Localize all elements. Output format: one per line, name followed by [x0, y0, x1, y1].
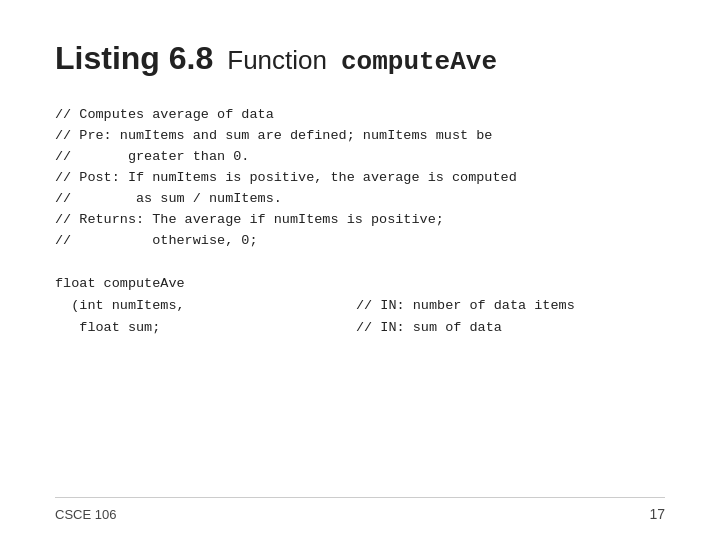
course-label: CSCE 106 — [55, 507, 116, 522]
func-decl-row: float computeAve — [55, 273, 665, 295]
function-label: Function — [227, 45, 327, 76]
function-name: computeAve — [341, 47, 497, 77]
func-decl: float computeAve — [55, 273, 275, 295]
comment-line-3: // greater than 0. — [55, 147, 665, 168]
footer-divider — [55, 497, 665, 498]
slide: Listing 6.8 Function computeAve // Compu… — [0, 0, 720, 540]
param-1-comment: // IN: number of data items — [275, 295, 575, 317]
param-2-decl: float sum; — [55, 317, 275, 339]
comment-line-4: // Post: If numItems is positive, the av… — [55, 168, 665, 189]
code-block: float computeAve (int numItems, // IN: n… — [55, 273, 665, 338]
comment-line-2: // Pre: numItems and sum are defined; nu… — [55, 126, 665, 147]
comment-line-1: // Computes average of data — [55, 105, 665, 126]
comment-line-7: // otherwise, 0; — [55, 231, 665, 252]
param-2-comment: // IN: sum of data — [275, 317, 502, 339]
listing-title: Listing 6.8 — [55, 40, 213, 77]
param-1-decl: (int numItems, — [55, 295, 275, 317]
param-row-1: (int numItems, // IN: number of data ite… — [55, 295, 665, 317]
title-row: Listing 6.8 Function computeAve — [55, 40, 665, 77]
page-number: 17 — [649, 506, 665, 522]
comment-line-6: // Returns: The average if numItems is p… — [55, 210, 665, 231]
comment-block: // Computes average of data // Pre: numI… — [55, 105, 665, 251]
comment-line-5: // as sum / numItems. — [55, 189, 665, 210]
param-row-2: float sum; // IN: sum of data — [55, 317, 665, 339]
footer: CSCE 106 17 — [55, 506, 665, 522]
